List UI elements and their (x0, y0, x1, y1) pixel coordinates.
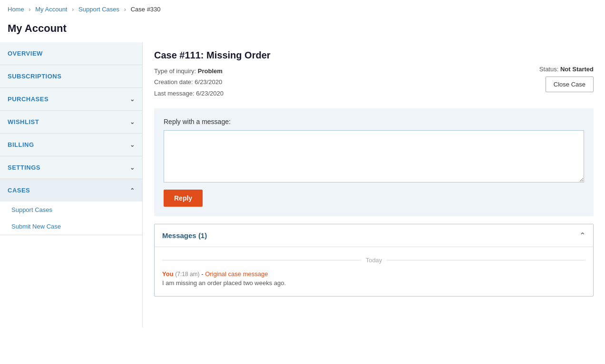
status-label: Status: (539, 66, 558, 73)
status-value: Not Started (560, 66, 594, 73)
breadcrumb-sep-2: › (72, 6, 74, 13)
case-meta-left: Type of inquiry: Problem Creation date: … (154, 66, 224, 99)
reply-label: Reply with a message: (164, 118, 584, 125)
sidebar-item-wishlist-label: WISHLIST (8, 118, 39, 125)
messages-header-title: Messages (1) (162, 231, 207, 239)
reply-button[interactable]: Reply (164, 190, 203, 207)
last-message-label: Last message: (154, 90, 195, 97)
sidebar-item-wishlist[interactable]: WISHLIST ⌄ (0, 111, 142, 134)
reply-textarea[interactable] (164, 130, 584, 182)
case-meta: Type of inquiry: Problem Creation date: … (154, 66, 594, 99)
sidebar-item-billing-label: BILLING (8, 141, 34, 148)
chevron-down-icon: ⌄ (130, 96, 135, 103)
case-last-message: Last message: 6/23/2020 (154, 88, 224, 99)
breadcrumb-support-cases[interactable]: Support Cases (78, 6, 119, 13)
chevron-down-icon: ⌄ (130, 119, 135, 125)
breadcrumb-sep-3: › (124, 6, 126, 13)
page-title: My Account (0, 19, 605, 42)
close-case-button[interactable]: Close Case (546, 77, 594, 92)
reply-section: Reply with a message: Reply (154, 108, 594, 216)
cases-submenu: Support Cases Submit New Case (0, 201, 142, 235)
sidebar-item-overview-label: OVERVIEW (8, 50, 43, 57)
date-divider: Today (162, 257, 585, 264)
sidebar-item-cases-label: CASES (8, 187, 30, 194)
sidebar-item-subscriptions-label: SUBSCRIPTIONS (8, 73, 61, 80)
breadcrumb-current: Case #330 (131, 6, 161, 13)
sidebar-item-billing[interactable]: BILLING ⌄ (0, 134, 142, 156)
message-dash: - (201, 270, 205, 278)
status-line: Status: Not Started (539, 66, 594, 73)
chevron-down-icon: ⌄ (130, 142, 135, 148)
chevron-up-icon: ⌃ (130, 187, 135, 194)
sidebar-item-overview[interactable]: OVERVIEW (0, 42, 142, 65)
messages-header[interactable]: Messages (1) ⌃ (155, 224, 593, 247)
main-content: Case #111: Missing Order Type of inquiry… (143, 42, 605, 327)
type-value: Problem (198, 67, 223, 75)
sidebar: OVERVIEW SUBSCRIPTIONS PURCHASES ⌄ WISHL… (0, 42, 143, 327)
breadcrumb: Home › My Account › Support Cases › Case… (0, 0, 605, 19)
case-type: Type of inquiry: Problem (154, 66, 224, 77)
message-text: I am missing an order placed two weeks a… (162, 279, 585, 287)
message-author-line: You (7:18 am) - Original case message (162, 270, 585, 278)
chevron-down-icon: ⌄ (130, 164, 135, 171)
case-creation: Creation date: 6/23/2020 (154, 77, 224, 87)
last-message-date: 6/23/2020 (196, 90, 224, 97)
case-title: Case #111: Missing Order (154, 50, 594, 61)
sidebar-subitem-submit-new-case[interactable]: Submit New Case (0, 218, 142, 235)
message-original-link: Original case message (205, 270, 268, 278)
creation-label: Creation date: (154, 78, 193, 86)
sidebar-item-purchases-label: PURCHASES (8, 96, 49, 103)
type-label: Type of inquiry: (154, 67, 196, 75)
sidebar-item-purchases[interactable]: PURCHASES ⌄ (0, 88, 142, 111)
messages-section: Messages (1) ⌃ Today You (7:18 am) - Ori… (154, 224, 594, 297)
message-author: You (162, 270, 174, 278)
breadcrumb-my-account[interactable]: My Account (35, 6, 67, 13)
message-item: You (7:18 am) - Original case message I … (162, 270, 585, 287)
message-time: (7:18 am) (175, 271, 199, 278)
sidebar-item-settings-label: SETTINGS (8, 164, 40, 171)
sidebar-item-subscriptions[interactable]: SUBSCRIPTIONS (0, 65, 142, 88)
main-layout: OVERVIEW SUBSCRIPTIONS PURCHASES ⌄ WISHL… (0, 42, 605, 327)
breadcrumb-home[interactable]: Home (8, 6, 24, 13)
breadcrumb-sep-1: › (29, 6, 30, 13)
case-meta-right: Status: Not Started Close Case (539, 66, 594, 92)
sidebar-item-settings[interactable]: SETTINGS ⌄ (0, 156, 142, 179)
creation-date: 6/23/2020 (195, 78, 222, 86)
sidebar-item-cases[interactable]: CASES ⌃ Support Cases Submit New Case (0, 179, 142, 235)
sidebar-subitem-support-cases[interactable]: Support Cases (0, 201, 142, 218)
messages-body: Today You (7:18 am) - Original case mess… (155, 247, 593, 296)
chevron-up-icon: ⌃ (579, 231, 585, 240)
